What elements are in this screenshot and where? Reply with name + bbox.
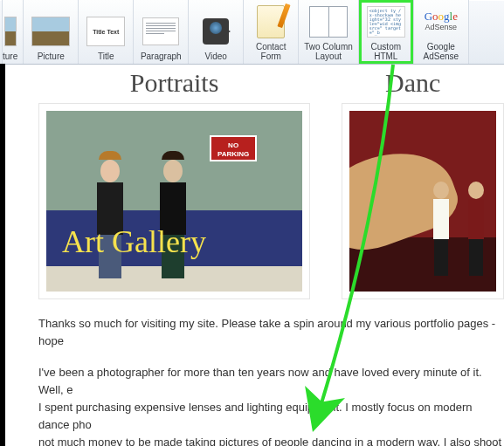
card-title: Portraits	[38, 68, 310, 98]
custom-html-tool[interactable]: <object ty /x-shockwa height="32 style="…	[359, 0, 414, 64]
two-column-layout-tool[interactable]: Two Column Layout	[299, 0, 359, 64]
contact-form-tool[interactable]: Contact Form	[244, 0, 299, 64]
title-text-icon: Title Text	[86, 14, 126, 49]
dancer-icon	[463, 182, 489, 278]
portraits-image: NOPARKING Art Gallery	[46, 111, 302, 292]
no-parking-sign-icon: NOPARKING	[210, 135, 257, 161]
portfolio-card-portraits[interactable]: Portraits NOPARKING Art Gallery	[38, 68, 310, 299]
picture-tool-cropped[interactable]: ture	[2, 0, 24, 64]
html-code-icon: <object ty /x-shockwa height="32 style="…	[366, 4, 406, 39]
landscape-icon	[4, 14, 17, 49]
editor-toolbar: ture Picture Title Text Title Paragraph …	[0, 0, 504, 65]
picture-tool[interactable]: Picture	[24, 0, 79, 64]
form-pen-icon	[251, 4, 291, 39]
two-column-icon	[308, 4, 349, 39]
paragraph-tool[interactable]: Paragraph	[134, 0, 189, 64]
google-adsense-tool[interactable]: GoogleAdSense Google AdSense	[414, 0, 469, 64]
graffiti-text-icon: Art Gallery	[62, 223, 206, 260]
card-title: Danc	[342, 68, 504, 98]
tool-label: Two Column Layout	[304, 42, 353, 61]
video-tool[interactable]: Video	[189, 0, 244, 64]
tool-label: ture	[3, 51, 17, 61]
dancer-icon	[428, 182, 454, 278]
canvas-edge	[0, 64, 5, 446]
google-adsense-icon: GoogleAdSense	[421, 4, 461, 39]
portfolio-card-dance[interactable]: Danc	[342, 68, 504, 299]
tool-label: Video	[205, 51, 227, 61]
dance-image	[349, 111, 496, 292]
tool-label: Custom HTML	[371, 42, 401, 61]
body-text-block[interactable]: Thanks so much for visiting my site. Ple…	[38, 315, 504, 446]
body-paragraph: I've been a photographer for more than t…	[38, 364, 504, 446]
body-paragraph: Thanks so much for visiting my site. Ple…	[38, 315, 504, 350]
tool-label: Contact Form	[256, 42, 286, 61]
tool-label: Title	[98, 51, 114, 61]
title-tool[interactable]: Title Text Title	[79, 0, 134, 64]
image-frame: NOPARKING Art Gallery	[38, 103, 310, 299]
video-camera-icon	[196, 14, 236, 49]
tool-label: Picture	[38, 51, 65, 61]
tool-label: Google AdSense	[424, 42, 459, 61]
paragraph-icon	[141, 14, 181, 49]
landscape-icon	[31, 14, 71, 49]
tool-label: Paragraph	[141, 51, 182, 61]
image-frame	[342, 103, 504, 299]
page-canvas: Portraits NOPARKING Art Gallery Danc	[9, 65, 504, 446]
